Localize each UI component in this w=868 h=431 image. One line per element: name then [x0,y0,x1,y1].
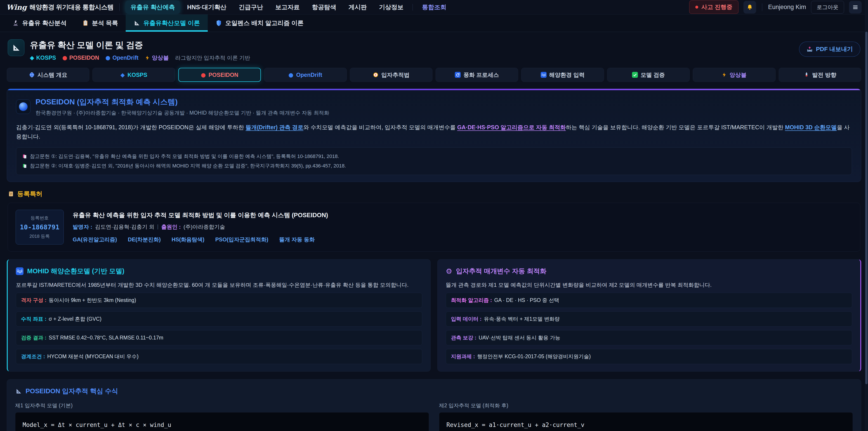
tag-kosps: ◆ KOSPS [30,55,56,61]
nav-integrated-search[interactable]: 통합조회 [417,0,452,14]
patent-title: 유출유 확산 예측을 위한 입자 추적 모델 최적화 방법 및 이를 이용한 예… [73,211,328,219]
nav-hns-air-diffusion[interactable]: HNS·대기확산 [182,1,231,14]
spec-row-algorithm: 최적화 알고리즘 :GA · DE · HS · PSO 중 선택 [446,293,852,308]
tag-row: ◆ KOSPS ● POSEIDON ● OpenDrift [30,54,250,61]
page-title: 유출유 확산 모델 이론 및 검증 [30,39,250,51]
nav-aerial-search[interactable]: 항공탐색 [307,1,341,14]
hamburger-icon [852,4,859,11]
status-dot-icon [695,6,698,8]
patent-number: 10-1868791 [20,223,59,231]
nav-weather-info[interactable]: 기상정보 [374,1,408,14]
wave-icon [541,72,547,78]
scrollbar-track[interactable] [865,0,868,431]
refresh-icon [455,72,461,78]
tab-analysis-list[interactable]: 분석 목록 [74,14,126,32]
formula-code-block: Model_x = Δt × current_u + Δt × c × wind… [15,412,429,431]
reference-item: 참고문헌 ②: 이재호·임병준·김도연 외, "2016년 동아시아 해역의 M… [22,161,846,171]
main-nav: 유출유 확산예측 HNS·대기확산 긴급구난 보고자료 항공탐색 게시판 기상정… [125,0,452,14]
nav-oil-spill-prediction[interactable]: 유출유 확산예측 [125,1,180,14]
stab-ocean-env-input[interactable]: 해양환경 입력 [521,68,604,82]
chip-drifter-assimilation[interactable]: 뜰개 자동 동화 [279,236,315,243]
chip-de[interactable]: DE(차분진화) [128,236,161,243]
stab-system-overview[interactable]: 시스템 개요 [7,68,89,82]
app-logo: Wing [6,3,27,11]
page-icon [8,39,24,56]
spec-row-funding: 지원과제 :행정안전부 KCG-01-2017-05 (해양경비지원기술) [446,349,852,364]
patent-year: 2018 등록 [29,233,50,239]
lightning-icon [722,72,727,78]
triangle-ruler-icon [15,388,22,395]
divider [119,3,120,11]
spec-row-validation: 검증 결과 :SST RMSE 0.42~0.78°C, SLA RMSE 0.… [16,330,422,345]
nav-emergency-rescue[interactable]: 긴급구난 [234,1,268,14]
triangle-ruler-icon [133,20,140,26]
scrollbar-thumb[interactable] [865,32,868,384]
stab-ensemble[interactable]: 앙상블 [693,68,775,82]
spec-row-input-data: 입력 데이터 :유속·풍속 벡터 + 제1모델 변화량 [446,311,852,327]
formula-section: POSEIDON 입자추적 핵심 수식 제1 입자추적 모델 (기본) Mode… [7,379,861,431]
algorithm-chips: GA(유전알고리즘) DE(차분진화) HS(화음탐색) PSO(입자군집최적화… [73,236,328,243]
chip-pso[interactable]: PSO(입자군집최적화) [215,236,268,243]
bookmark-tabs-icon [22,154,27,159]
tab-label: 분석 목록 [92,19,118,27]
tag-poseidon: ● POSEIDON [62,55,99,61]
stab-kosps[interactable]: ◆ KOSPS [92,68,175,82]
stab-model-validation[interactable]: 모델 검증 [607,68,690,82]
stab-poseidon[interactable]: ● POSEIDON [178,68,261,82]
poseidon-sphere-icon [16,99,31,114]
formula-optimized-model: 제2 입자추적 모델 (최적화 후) Revised_x = a1·curren… [439,402,853,431]
circle-icon: ● [201,72,206,78]
triangle-ruler-icon [11,43,21,52]
chip-ga[interactable]: GA(유전알고리즘) [73,236,117,243]
pdf-export-label: PDF 내보내기 [816,45,853,53]
mohid-description: 포르투갈 IST/MARETEC에서 1985년부터 개발한 3D 수치 해양순… [16,281,422,289]
formula-basic-model: 제1 입자추적 모델 (기본) Model_x = Δt × current_u… [15,402,429,431]
nav-reports[interactable]: 보고자료 [270,1,305,14]
gear-icon: ⚙ [446,267,452,276]
formula-code-block: Revised_x = a1·current_u + a2·current_v … [439,412,853,431]
logout-button[interactable]: 로그아웃 [811,1,844,13]
poseidon-description: 김충기·김도연 외(등록특허 10-1868791, 2018)가 개발한 PO… [16,123,852,142]
reference-item: 참고문헌 ①: 김도연·김용복, "유출유 확산 예측을 위한 입자 추적 모델… [22,152,846,161]
compass-icon [373,72,379,78]
patent-card: 등록번호 10-1868791 2018 등록 유출유 확산 예측을 위한 입자… [8,203,860,251]
section-tab-bar: 시스템 개요 ◆ KOSPS ● POSEIDON ● OpenDrift 입자… [7,68,861,82]
patent-meta: 발명자 : 김도연·김용혁·김충기 외 | 출원인 : (주)아라종합기술 [73,223,328,230]
tag-opendrift: ● OpenDrift [105,55,138,61]
tag-note: 라그랑지안 입자추적 이론 기반 [175,54,250,61]
stab-future-direction[interactable]: 발전 방향 [779,68,861,82]
globe-icon [29,72,35,78]
stab-particle-tracking[interactable]: 입자추적법 [350,68,432,82]
inventor-names: 김도연·김용혁·김충기 외 [95,223,154,230]
optimization-link[interactable]: GA·DE·HS·PSO 알고리즘으로 자동 최적화 [457,124,566,130]
scroll-icon [8,191,14,197]
chip-hs[interactable]: HS(화음탐색) [172,236,204,243]
circle-icon: ● [105,55,111,61]
inventor-label: 발명자 : [73,223,92,230]
optimizer-card-title: ⚙ 입자추적 매개변수 자동 최적화 [446,267,852,276]
stab-weathering-process[interactable]: 풍화 프로세스 [436,68,518,82]
bell-icon [746,4,753,11]
tab-spill-analysis[interactable]: 유출유 확산분석 [4,14,74,32]
diamond-icon: ◆ [30,55,34,61]
pdf-export-button[interactable]: PDF 내보내기 [799,41,860,57]
divider [762,3,762,11]
export-tray-icon [807,46,813,53]
mohid-link[interactable]: MOHID 3D 순환모델 [785,124,837,130]
patent-section: 등록특허 등록번호 10-1868791 2018 등록 유출유 확산 예측을 … [7,190,861,251]
spec-row-vertical-coord: 수직 좌표 :σ + Z-level 혼합 (GVC) [16,311,422,327]
nav-board[interactable]: 게시판 [344,1,372,14]
stab-opendrift[interactable]: ● OpenDrift [264,68,346,82]
menu-button[interactable] [849,1,862,13]
notifications-button[interactable] [743,1,756,13]
lightning-icon [145,55,150,61]
poseidon-subtitle: 한국환경연구원 · (주)아라종합기술 · 한국해양기상기술 공동개발 · MO… [35,110,329,116]
tab-spill-model-theory[interactable]: 유출유확산모델 이론 [126,14,208,32]
top-navbar: Wing 해양환경 위기대응 통합시스템 유출유 확산예측 HNS·대기확산 긴… [0,0,868,14]
diamond-icon: ◆ [121,72,125,78]
applicant-label: 출원인 : [161,223,181,230]
tab-oil-fence-theory[interactable]: 오일펜스 배치 알고리즘 이론 [208,14,311,32]
drifter-link[interactable]: 뜰개(Drifter) 관측 경로 [246,124,303,130]
circle-icon: ● [62,55,67,61]
patent-number-label: 등록번호 [31,215,49,221]
